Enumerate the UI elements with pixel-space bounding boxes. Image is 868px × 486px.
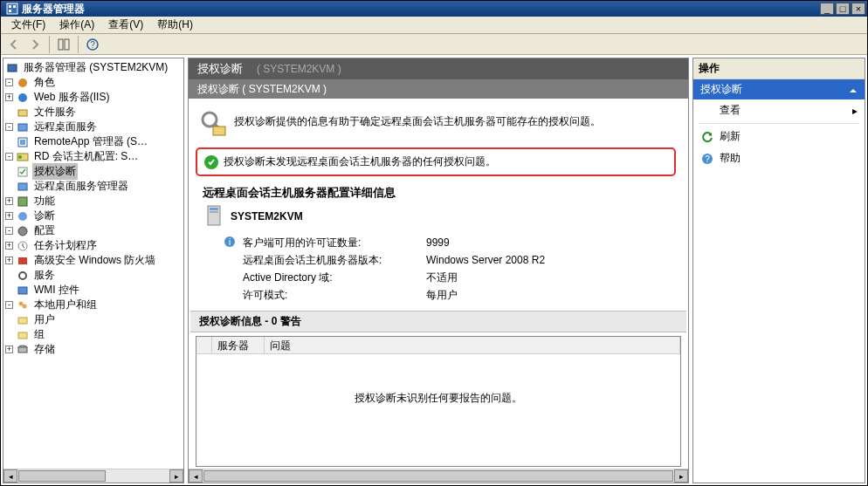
- svg-rect-12: [18, 124, 27, 131]
- th-gap: [196, 337, 212, 353]
- tree-web[interactable]: +Web 服务器(IIS): [5, 90, 182, 105]
- tree-rdslicsvc[interactable]: 远程桌面服务管理器: [5, 179, 182, 194]
- kv-row: Active Directory 域:不适用: [224, 269, 688, 286]
- server-row: SYSTEM2KVM: [203, 204, 674, 229]
- tree-licdiag[interactable]: 授权诊断: [5, 164, 182, 179]
- file-icon: [16, 106, 30, 120]
- diag-icon: [16, 209, 30, 223]
- tree-config[interactable]: -配置: [5, 223, 182, 238]
- status-box: 授权诊断未发现远程桌面会话主机服务器的任何授权问题。: [196, 147, 676, 176]
- tree-wmi[interactable]: WMI 控件: [5, 283, 182, 298]
- tree-remoteapp[interactable]: RemoteApp 管理器 (S…: [5, 134, 182, 149]
- tree-fileservice[interactable]: 文件服务: [5, 105, 182, 120]
- gear-icon: [16, 269, 30, 283]
- tree-root[interactable]: 服务器管理器 (SYSTEM2KVM): [5, 60, 182, 75]
- maximize-button[interactable]: □: [836, 3, 850, 15]
- close-button[interactable]: ×: [851, 3, 865, 15]
- th-server[interactable]: 服务器: [212, 337, 265, 353]
- tree-storage[interactable]: +存储: [5, 342, 182, 357]
- rdslicsvc-icon: [16, 180, 30, 194]
- intro-text: 授权诊断提供的信息有助于确定远程桌面会话主机服务器可能存在的授权问题。: [234, 109, 601, 129]
- tree-tasksched[interactable]: +任务计划程序: [5, 238, 182, 253]
- svg-text:?: ?: [90, 40, 95, 50]
- config-grid: i 客户端可用的许可证数量:9999 远程桌面会话主机服务器版本:Windows…: [224, 234, 688, 304]
- iis-icon: [16, 91, 30, 105]
- svg-rect-1: [9, 5, 11, 8]
- expand-icon[interactable]: +: [5, 197, 13, 205]
- menu-action[interactable]: 操作(A): [52, 16, 101, 34]
- folder-icon: [16, 313, 30, 327]
- menu-help[interactable]: 帮助(H): [150, 16, 200, 34]
- scroll-thumb[interactable]: [18, 470, 106, 482]
- collapse-caret-icon[interactable]: [849, 86, 858, 94]
- forward-button[interactable]: [25, 35, 45, 54]
- expand-icon[interactable]: +: [5, 257, 13, 264]
- tree-root-label: 服务器管理器: [24, 61, 86, 73]
- kv-row: 远程桌面会话主机服务器版本:Windows Server 2008 R2: [224, 251, 688, 269]
- collapse-icon[interactable]: -: [5, 123, 13, 131]
- refresh-icon: [700, 130, 714, 144]
- content-area: 服务器管理器 (SYSTEM2KVM) -角色 +Web 服务器(IIS) 文件…: [1, 55, 867, 485]
- nav-tree[interactable]: 服务器管理器 (SYSTEM2KVM) -角色 +Web 服务器(IIS) 文件…: [3, 58, 183, 469]
- help-button[interactable]: ?: [83, 35, 102, 54]
- tree-firewall[interactable]: +高级安全 Windows 防火墙: [5, 253, 182, 268]
- tree-users[interactable]: 用户: [5, 312, 182, 327]
- svg-rect-37: [210, 211, 218, 213]
- th-issue[interactable]: 问题: [265, 337, 680, 353]
- svg-text:?: ?: [705, 154, 710, 164]
- tree-services[interactable]: 服务: [5, 268, 182, 283]
- storage-icon: [16, 343, 30, 357]
- svg-text:i: i: [229, 237, 231, 247]
- collapse-icon[interactable]: -: [5, 153, 13, 161]
- scroll-left-button[interactable]: ◂: [3, 469, 17, 483]
- svg-rect-5: [65, 39, 69, 50]
- kv-val: 不适用: [426, 270, 458, 285]
- h-scrollbar[interactable]: ◂ ▸: [3, 469, 183, 483]
- titlebar: 服务器管理器 _ □ ×: [1, 1, 867, 17]
- expand-icon[interactable]: +: [5, 346, 13, 353]
- svg-point-9: [18, 79, 27, 87]
- svg-rect-11: [18, 110, 27, 116]
- scroll-thumb[interactable]: [203, 470, 673, 482]
- tree-roles[interactable]: -角色: [5, 75, 182, 90]
- tree-rds[interactable]: -远程桌面服务: [5, 120, 182, 134]
- collapse-icon[interactable]: -: [5, 79, 13, 86]
- action-help-label: 帮助: [720, 151, 741, 166]
- minimize-button[interactable]: _: [820, 3, 834, 15]
- tree-features[interactable]: +功能: [5, 194, 182, 209]
- tree-localusers[interactable]: -本地用户和组: [5, 298, 182, 312]
- svg-rect-18: [18, 183, 27, 190]
- tree-diag[interactable]: +诊断: [5, 209, 182, 223]
- help-icon: ?: [700, 152, 714, 166]
- menu-file[interactable]: 文件(F): [4, 16, 52, 34]
- scroll-right-button[interactable]: ▸: [169, 469, 183, 483]
- tree-groups[interactable]: 组: [5, 327, 182, 342]
- expand-icon[interactable]: +: [5, 242, 13, 250]
- kv-key: Active Directory 域:: [243, 270, 426, 285]
- action-view[interactable]: 查看 ▸: [693, 99, 865, 121]
- actions-subheader[interactable]: 授权诊断: [693, 79, 865, 99]
- action-help[interactable]: ? 帮助: [693, 147, 865, 169]
- collapse-icon[interactable]: -: [5, 301, 13, 309]
- svg-point-20: [18, 212, 27, 221]
- scroll-left-button[interactable]: ◂: [189, 469, 203, 483]
- expand-icon[interactable]: +: [5, 212, 13, 220]
- show-hide-tree-button[interactable]: [54, 35, 73, 54]
- svg-rect-19: [18, 197, 27, 206]
- menu-view[interactable]: 查看(V): [101, 16, 150, 34]
- features-icon: [16, 195, 30, 209]
- config-icon: [16, 224, 30, 238]
- collapse-icon[interactable]: -: [5, 227, 13, 235]
- scroll-right-button[interactable]: ▸: [674, 469, 688, 483]
- svg-rect-29: [18, 332, 27, 339]
- expand-icon[interactable]: +: [5, 93, 13, 101]
- server-icon: [5, 61, 19, 75]
- svg-rect-3: [13, 5, 16, 8]
- nav-tree-panel: 服务器管理器 (SYSTEM2KVM) -角色 +Web 服务器(IIS) 文件…: [3, 58, 184, 483]
- toolbar-sep: [78, 36, 79, 53]
- h-scrollbar[interactable]: ◂ ▸: [189, 469, 688, 483]
- app-window: 服务器管理器 _ □ × 文件(F) 操作(A) 查看(V) 帮助(H) ?: [0, 0, 868, 486]
- tree-rdsession[interactable]: -RD 会话主机配置: S…: [5, 149, 182, 164]
- action-refresh[interactable]: 刷新: [693, 126, 865, 147]
- back-button[interactable]: [4, 35, 24, 54]
